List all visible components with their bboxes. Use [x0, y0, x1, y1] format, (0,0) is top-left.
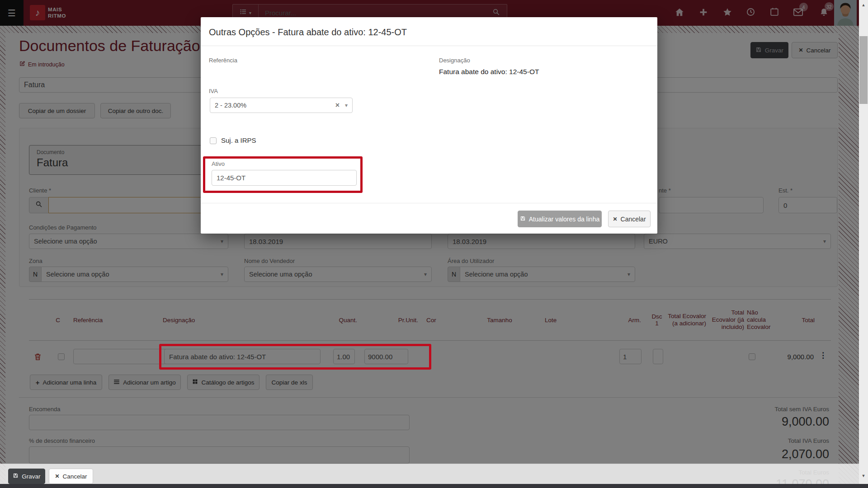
close-icon: ✕ — [55, 473, 59, 479]
modal-designacao-value: Fatura abate do ativo: 12-45-OT — [439, 68, 539, 76]
footer-save-button[interactable]: Gravar — [8, 469, 45, 484]
scrollbar-track[interactable]: ▲ ▼ — [859, 0, 868, 488]
clear-selection-icon[interactable]: × — [335, 101, 340, 109]
close-icon: ✕ — [613, 216, 617, 222]
save-icon — [13, 473, 19, 480]
modal-ativo-input[interactable] — [212, 170, 357, 186]
outras-opcoes-modal: Outras Opções - Fatura abate do ativo: 1… — [201, 17, 657, 234]
bottom-edge-strip — [0, 484, 868, 488]
modal-title: Outras Opções - Fatura abate do ativo: 1… — [201, 17, 657, 46]
modal-designacao-label: Designação — [439, 57, 470, 64]
application-window: ☰ ♪ MAISRITMO ▾ — [0, 0, 868, 488]
modal-irps-label: Suj. a IRPS — [221, 136, 256, 144]
modal-referencia-label: Referência — [209, 57, 237, 64]
modal-cancel-button[interactable]: ✕ Cancelar — [608, 211, 651, 227]
scrollbar-down-arrow[interactable]: ▼ — [859, 474, 868, 478]
caret-down-icon: ▾ — [345, 102, 348, 108]
scrollbar-up-arrow[interactable]: ▲ — [859, 0, 868, 7]
footer-cancel-button[interactable]: ✕ Cancelar — [49, 469, 93, 484]
modal-update-button[interactable]: Atualizar valores da linha — [518, 211, 602, 227]
scrollbar-thumb[interactable] — [859, 36, 868, 104]
modal-ativo-label: Ativo — [212, 160, 225, 167]
save-icon — [520, 216, 526, 223]
modal-irps-checkbox[interactable] — [210, 137, 217, 144]
row-highlight-box — [159, 344, 431, 370]
modal-iva-label: IVA — [209, 88, 218, 94]
modal-footer-divider — [201, 203, 657, 203]
modal-iva-select[interactable]: 2 - 23.00% × ▾ — [210, 98, 353, 113]
